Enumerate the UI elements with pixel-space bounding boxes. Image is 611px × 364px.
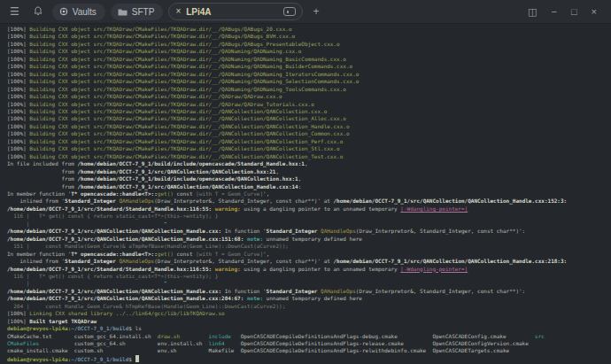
terminal-segment: : [298,183,302,190]
terminal-line: from /home/debian/OCCT-7_9_1/src/QANColl… [7,168,611,175]
terminal-line: [100%] Building CXX object src/TKQADraw/… [7,101,611,108]
terminal-segment: OpenCASCADEConfigVersion.cmake [432,340,528,346]
terminal-line: /home/debian/OCCT-7_9_1/src/QANCollectio… [7,228,611,235]
terminal-line: debian@revyos-lpi4a:~/OCCT-7_9_1/build$ … [7,325,611,332]
tab-vaults[interactable]: Vaults [52,4,105,20]
terminal-segment: (Draw_Interpretor&, Standard_Integer, co… [154,258,333,264]
terminal-segment: T* opencascade::handle<T>:: [71,190,158,197]
terminal-segment: $ [128,356,135,362]
terminal-segment: ^ [164,280,167,286]
terminal-segment [180,333,209,339]
terminal-segment: note: [247,236,263,242]
terminal-segment: debian@revyos-lpi4a [7,325,68,331]
terminal-segment: unnamed temporary defined here [263,236,362,242]
menu-button[interactable]: ☰ [5,4,24,19]
terminal-segment: OpenCASCADECompileDefinitionsAndFlags-re… [241,347,433,353]
terminal-segment: Building CXX object src/TKQADraw/CMakeFi… [29,48,301,54]
terminal-line: [100%] Building CXX object src/TKQADraw/… [7,78,611,85]
terminal-line: [100%] Building CXX object src/TKQADraw/… [7,26,611,33]
terminal-segment: /home/debian/OCCT-7_9_1/src/QANCollectio… [334,197,568,204]
terminal-segment: /home/debian/OCCT-7_9_1/src/QANCollectio… [7,228,221,234]
folder-icon [118,8,128,16]
terminal-segment: ', [263,251,269,257]
terminal-line: CMakeCache.txt custom_gcc_64.install.sh … [7,333,611,340]
terminal-segment: [with T = Geom_Curve] [196,190,263,197]
terminal-line: /home/debian/OCCT-7_9_1/src/Standard/Sta… [7,205,611,213]
terminal-line: [100%] Building CXX object src/TKQADraw/… [7,93,611,100]
notifications-bell-icon[interactable] [29,4,47,19]
terminal-line: cmake_install.cmake custom.sh env.sh Mak… [7,347,611,354]
terminal-segment: 116 | T* get() const { return static_cas… [7,213,218,219]
terminal-line: [100%] Building CXX object src/TKQADraw/… [7,48,611,55]
terminal-segment: [100%] [7,310,29,316]
terminal-segment: Building CXX object src/TKQADraw/CMakeFi… [29,138,343,144]
terminal-segment: Standard_Integer [267,228,321,234]
terminal-line: [100%] Building CXX object src/TKQADraw/… [7,130,611,137]
split-pane-icon[interactable]: ◫ [522,5,542,19]
terminal-segment: ^ [164,221,167,227]
minimize-button[interactable]: − [545,5,561,19]
terminal-segment: OpenCASCADEConfig.cmake [432,333,535,339]
terminal-segment: Building CXX object src/TKQADraw/CMakeFi… [29,108,327,114]
tab-bar: ☰ Vaults [5,3,323,20]
terminal-segment: include [209,333,231,339]
terminal-line: [100%] Building CXX object src/TKQADraw/… [7,123,611,130]
terminal-segment: QAHandleOps [119,258,154,264]
terminal-segment: [100%] [7,26,29,32]
terminal-line: In file included from /home/debian/OCCT-… [7,160,611,167]
terminal-segment: cmake_install.cmake [7,347,74,353]
terminal-segment: (Draw_Interpretor&, Standard_Integer, co… [154,197,333,204]
terminal-line: [100%] Built target TKQADraw [7,318,611,325]
terminal-window: ☰ Vaults [0,0,611,364]
terminal-line: inlined from 'Standard_Integer QAHandleO… [7,258,611,265]
terminal-segment: const [174,251,196,257]
close-tab-icon[interactable]: × [175,7,181,16]
terminal-segment: Building CXX object src/TKQADraw/CMakeFi… [29,115,346,121]
tab-lpi4a-label: LPi4A [186,7,278,17]
terminal-segment: Building CXX object src/TKQADraw/CMakeFi… [29,93,282,99]
terminal-segment: from [7,183,77,190]
terminal-segment: custom_gcc_64.sh [74,340,158,346]
terminal-segment: ', [263,190,269,197]
terminal-segment: [100%] [7,71,29,77]
terminal-segment: warning: [215,205,241,212]
terminal-segment: debian@revyos-lpi4a [7,356,68,362]
terminal-segment: inlined from ' [7,197,65,204]
terminal-segment: Building CXX object src/TKQADraw/CMakeFi… [29,123,349,129]
new-tab-button[interactable]: + [308,4,323,19]
terminal-line: 116 | T* get() const { return static_cas… [7,273,611,280]
tab-lpi4a[interactable]: × LPi4A [168,3,303,20]
vault-icon [59,7,68,16]
terminal-segment: [100%] [7,78,29,84]
terminal-segment: , [305,160,308,167]
terminal-output[interactable]: [100%] Building CXX object src/TKQADraw/… [0,24,611,364]
terminal-segment: [100%] [7,41,29,47]
terminal-line: [100%] Building CXX object src/TKQADraw/… [7,145,611,152]
terminal-line: | ^ [7,221,611,228]
terminal-segment: env.install.sh [158,340,209,346]
terminal-line: /home/debian/OCCT-7_9_1/src/QANCollectio… [7,236,611,243]
terminal-line: /home/debian/OCCT-7_9_1/src/Standard/Sta… [7,266,611,273]
terminal-segment: QAHandleOps [119,197,154,204]
terminal-segment: | [7,221,164,227]
terminal-line: /home/debian/OCCT-7_9_1/src/QANCollectio… [7,288,611,295]
terminal-segment: [100%] [7,108,29,114]
close-window-button[interactable]: × [586,5,602,19]
terminal-line: In member function 'T* opencascade::hand… [7,251,611,258]
terminal-line: [100%] Building CXX object src/TKQADraw/… [7,115,611,122]
terminal-segment: Building CXX object src/TKQADraw/CMakeFi… [29,145,339,151]
terminal-segment: [100%] [7,93,29,99]
terminal-line: CMakeFiles custom_gcc_64.sh env.install.… [7,340,611,347]
terminal-segment: 116 | T* get() const { return static_cas… [7,273,218,279]
terminal-segment: [100%] [7,145,29,151]
terminal-segment: Building CXX object src/TKQADraw/CMakeFi… [29,26,291,32]
maximize-button[interactable]: □ [566,5,583,19]
terminal-segment: [100%] [7,63,29,69]
terminal-segment: from [7,175,77,182]
terminal-segment: Building CXX object src/TKQADraw/CMakeFi… [29,130,349,136]
tab-sftp[interactable]: SFTP [111,4,164,20]
terminal-line: [100%] Linking CXX shared library ../../… [7,310,611,317]
terminal-segment: $ ls [128,325,141,331]
terminal-segment: In function ' [221,228,267,234]
terminal-segment [39,340,74,346]
